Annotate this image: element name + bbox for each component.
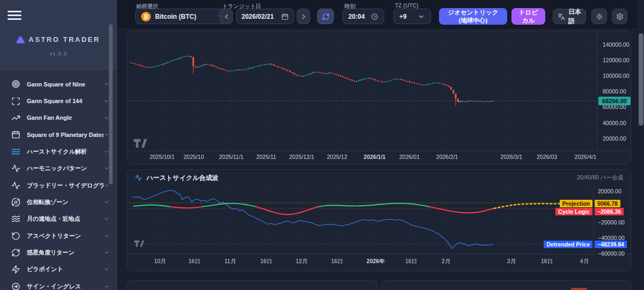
- sidebar-item-gann-fan-angle[interactable]: Gann Fan Angle: [0, 110, 116, 126]
- bottom-right-card[interactable]: [382, 280, 631, 290]
- sidebar-item-label: Gann Fan Angle: [27, 114, 104, 121]
- arrow-right-circle-icon: [11, 282, 20, 290]
- chevron-down-icon: [104, 233, 109, 239]
- cycle-logic-line: [256, 207, 318, 214]
- topbar: 銘柄選択 ₿ Bitcoin (BTC) トランジット日 2026/02/21 …: [117, 0, 638, 30]
- sidebar-item-aspect-return[interactable]: アスペクトリターン: [0, 228, 116, 244]
- chevron-right-icon: [300, 13, 308, 20]
- sidebar-item-label: サイン・イングレス: [27, 282, 104, 290]
- gear-icon: [616, 13, 624, 20]
- geocentric-button[interactable]: ジオセントリック(地球中心): [439, 8, 507, 25]
- next-day-button[interactable]: [297, 9, 310, 24]
- svg-text:16日: 16日: [331, 258, 343, 264]
- sidebar-item-label: ピラポイント: [27, 265, 104, 273]
- detrended-price-series-label: Detrended Price: [544, 241, 592, 248]
- projection-series-label: Projection: [560, 200, 592, 207]
- refresh-button[interactable]: [317, 9, 334, 24]
- sidebar-item-hurst-cycle-analysis[interactable]: ハーストサイクル解析: [0, 143, 116, 160]
- sidebar-item-label: Square of 9 Planetary Dates: [27, 132, 104, 138]
- calendar-icon: [281, 13, 289, 20]
- sidebar-item-label: ハーストサイクル解析: [27, 148, 104, 156]
- logo-triangle-icon: [16, 36, 25, 43]
- sidebar-item-sign-ingress[interactable]: サイン・イングレス: [0, 278, 116, 290]
- detrended-price-line: [133, 190, 493, 249]
- tz-label: TZ (UTC): [395, 3, 419, 9]
- tz-select[interactable]: +9: [393, 9, 431, 24]
- sidebar-item-pira-point[interactable]: ピラポイント: [0, 261, 116, 278]
- sidebar-scrollbar-thumb[interactable]: [109, 24, 113, 184]
- symbol-select[interactable]: ₿ Bitcoin (BTC): [135, 9, 231, 24]
- tropical-button[interactable]: トロピカル: [511, 8, 545, 25]
- projection-line: [494, 204, 563, 208]
- svg-text:2月: 2月: [442, 258, 450, 264]
- app-version: v1.0.3: [0, 50, 116, 56]
- theme-toggle-button[interactable]: [591, 9, 607, 24]
- transit-date-input[interactable]: 2026/02/21: [236, 9, 294, 24]
- sidebar-item-label: Gann Square of Nine: [27, 81, 104, 88]
- sidebar-item-label: ハーモニックパターン: [27, 164, 104, 172]
- page-scrollbar-thumb[interactable]: [639, 33, 643, 126]
- svg-text:−60000.00: −60000.00: [598, 250, 625, 257]
- svg-text:10月: 10月: [154, 258, 166, 264]
- bottom-left-card[interactable]: [127, 280, 377, 290]
- svg-text:2026/01: 2026/01: [399, 154, 420, 160]
- target-icon: [11, 79, 20, 89]
- cycle-logic-line: [134, 205, 171, 207]
- sun-icon: [596, 13, 603, 20]
- svg-text:−40000.00: −40000.00: [598, 235, 625, 241]
- sidebar-item-gann-square-of-nine[interactable]: Gann Square of Nine: [0, 76, 116, 92]
- svg-text:140000.00: 140000.00: [603, 41, 630, 48]
- time-input[interactable]: 20:04: [342, 9, 384, 24]
- hurst-cycle-card[interactable]: ハーストサイクル合成波 20/40/80 バー合成 20000.00−20000…: [127, 169, 631, 271]
- price-chart-card[interactable]: 140000.00120000.00100000.0080000.0060000…: [127, 31, 631, 164]
- astro-trader-app: ASTRO TRADER v1.0.3 Gann Square of NineG…: [0, 0, 644, 290]
- svg-text:2025/10: 2025/10: [184, 154, 204, 160]
- svg-text:2025/11: 2025/11: [256, 154, 276, 160]
- sidebar-item-harmonic-pattern[interactable]: ハーモニックパターン: [0, 160, 116, 177]
- svg-text:2026/1/1: 2026/1/1: [364, 154, 386, 160]
- refresh-cw-icon: [11, 248, 20, 257]
- language-button[interactable]: 日本語: [553, 9, 586, 24]
- settings-button[interactable]: [612, 9, 627, 24]
- scan-icon: [11, 97, 20, 106]
- app-logo: ASTRO TRADER: [0, 35, 116, 44]
- sidebar-item-square-of-9-planetary-dates[interactable]: Square of 9 Planetary Dates: [0, 126, 116, 143]
- svg-text:−20000.00: −20000.00: [598, 219, 625, 226]
- hurst-chart-title: ハーストサイクル合成波: [147, 173, 218, 183]
- bitcoin-icon: ₿: [141, 12, 151, 21]
- symbol-select-value: Bitcoin (BTC): [155, 13, 213, 20]
- sidebar-item-phase-transition-zone[interactable]: 位相転換ゾーン: [0, 194, 116, 211]
- candlestick-chart[interactable]: 140000.00120000.00100000.0080000.0060000…: [127, 31, 631, 164]
- sidebar-item-label: ブラッドリー・サイデログラフ: [27, 182, 104, 190]
- chevron-down-icon: [104, 183, 109, 189]
- svg-text:2026年: 2026年: [367, 258, 385, 264]
- sidebar: ASTRO TRADER v1.0.3 Gann Square of NineG…: [0, 0, 117, 290]
- sidebar-item-gann-square-of-144[interactable]: Gann Square of 144: [0, 92, 116, 109]
- chevron-down-icon: [104, 199, 109, 205]
- svg-text:20000.00: 20000.00: [598, 188, 621, 194]
- svg-text:2026/03: 2026/03: [537, 154, 557, 160]
- svg-text:2025/10/1: 2025/10/1: [150, 154, 175, 160]
- page-scrollbar[interactable]: [638, 0, 644, 290]
- sidebar-item-label: Gann Square of 144: [27, 98, 104, 104]
- cycle-logic-line: [171, 207, 202, 208]
- prev-day-button[interactable]: [219, 9, 233, 24]
- hamburger-menu-button[interactable]: [8, 9, 21, 20]
- clock-icon: [371, 13, 378, 20]
- cycle-logic-line: [319, 204, 430, 207]
- sidebar-item-planet-angle-return[interactable]: 惑星角度リターン: [0, 244, 116, 261]
- rotate-ccw-icon: [11, 231, 20, 241]
- sidebar-item-label: 月の遠地点・近地点: [27, 215, 104, 223]
- chart1-time-axis: 2025/10/12025/102025/11/12025/112025/12/…: [150, 154, 597, 160]
- sidebar-item-moon-apogee-perigee[interactable]: 月の遠地点・近地点: [0, 211, 116, 227]
- svg-text:16日: 16日: [188, 258, 200, 264]
- calendar-icon: [11, 130, 20, 139]
- svg-text:16日: 16日: [405, 258, 417, 264]
- waves-icon: [11, 147, 20, 156]
- svg-text:16日: 16日: [260, 258, 272, 264]
- tradingview-logo: [134, 139, 147, 148]
- sidebar-item-bradley-siderograph[interactable]: ブラッドリー・サイデログラフ: [0, 177, 116, 193]
- current-price-label: 68266.00: [598, 97, 631, 105]
- chart2-time-axis: 10月16日11月16日12月16日2026年16日2月3月16日4月: [154, 258, 589, 264]
- refresh-icon: [322, 13, 330, 20]
